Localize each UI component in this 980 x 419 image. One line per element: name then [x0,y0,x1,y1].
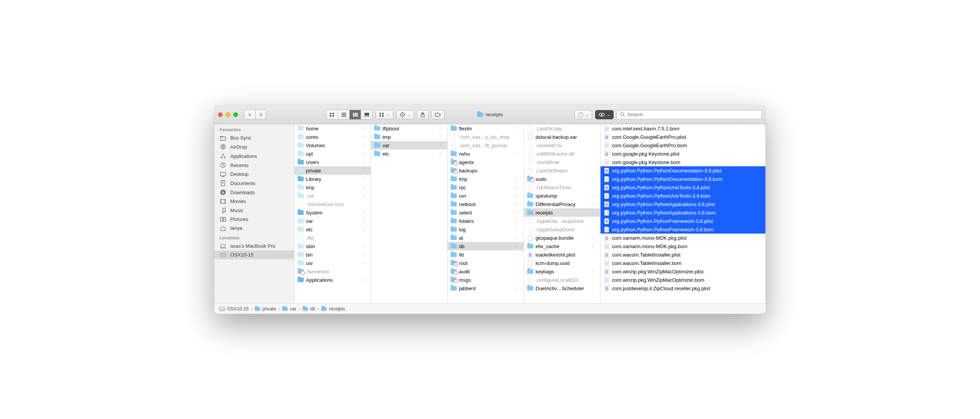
list-item[interactable]: .com_kas…ift_journal [448,141,524,149]
column-0[interactable]: home〉cores〉Volumes〉opt〉Users〉private〉Lib… [295,124,371,303]
minimize-button[interactable] [226,112,230,117]
list-item[interactable]: at〉 [448,234,524,242]
list-item[interactable]: netboot〉 [448,200,524,208]
column-2[interactable]: flexlm〉.com_kas…y_ids_drop.com_kas…ift_j… [448,124,524,303]
list-item[interactable]: DuetActiv…Scheduler〉 [524,284,600,292]
path-segment[interactable]: OSX10-15 [227,306,249,312]
list-item[interactable]: com.Google.GoogleEarthPro.plist [601,133,765,141]
list-item[interactable]: keybags〉 [524,267,600,276]
close-button[interactable] [218,112,223,117]
sidebar-item-downloads[interactable]: Downloads [214,188,294,197]
list-item[interactable]: var〉 [371,141,447,149]
list-item[interactable]: loadedkextmt.plist [524,250,600,259]
list-item[interactable]: home〉 [295,124,371,133]
list-item[interactable]: .com_kas…y_ids_drop [448,133,524,141]
list-item[interactable]: .GKRearmTimer [524,183,600,192]
share-button[interactable] [417,110,428,119]
list-item[interactable]: org.python.Python.PythonApplications-3.8… [601,208,765,217]
list-item[interactable]: com.google.pkg.Keystone.bom [601,158,765,166]
list-item[interactable]: select〉 [448,208,524,217]
list-item[interactable]: tmp〉 [371,133,447,141]
list-item[interactable]: org.python.Python.PythonApplications-3.8… [601,200,765,208]
column-4[interactable]: com.intel.kext.haxm.7.5.1.bomcom.Google.… [601,124,766,303]
list-item[interactable]: com.Google.GoogleEarthPro.bom [601,141,765,149]
list-item[interactable]: opt〉 [295,149,371,158]
list-item[interactable]: rpc〉 [448,183,524,192]
list-item[interactable]: etc〉 [295,225,371,234]
gallery-view-button[interactable] [361,110,372,119]
list-item[interactable]: run〉 [448,192,524,200]
list-item[interactable]: Users〉 [295,158,371,166]
list-item[interactable]: flexlm〉 [448,124,524,133]
list-view-button[interactable] [338,110,349,119]
list-item[interactable]: folders〉 [448,217,524,225]
sidebar-item-airdrop[interactable]: AirDrop [214,142,294,151]
list-item[interactable]: org.python.Python.PythonFramework-3.8.pl… [601,217,765,225]
sidebar[interactable]: FavouritesBox SyncAirDropApplicationsRec… [214,124,295,303]
list-item[interactable]: cores〉 [295,133,371,141]
list-item[interactable]: tftpboot〉 [371,124,447,133]
path-segment[interactable]: var [290,306,296,312]
icon-view-button[interactable] [326,110,338,119]
list-item[interactable]: com.wacom.TabletInstaller.plist [601,250,765,259]
list-item[interactable]: .VolumeIcon.icns [295,200,371,208]
list-item[interactable]: rwho〉 [448,149,524,158]
list-item[interactable]: .omedelif.bv [524,141,600,149]
list-item[interactable]: com.xamarin.mono-MDK.pkg.plist [601,234,765,242]
column-3[interactable]: .LastGKAppdslocal-backup.xar.omedelif.bv… [524,124,601,303]
list-item[interactable]: root [448,259,524,267]
list-item[interactable]: org.python.Python.PythonUnixTools-3.8.pl… [601,183,765,192]
list-item[interactable]: sudo〉 [524,175,600,183]
list-item[interactable]: .LastGKApp [524,124,600,133]
sidebar-item-documents[interactable]: Documents [214,179,294,188]
action-button[interactable]: ⌄ [396,110,414,119]
list-item[interactable]: org.python.Python.PythonDocumentation-3.… [601,166,765,175]
list-item[interactable]: .AppleDia…etupDone [524,217,600,225]
list-item[interactable]: dslocal-backup.xar [524,133,600,141]
list-item[interactable]: jabberd〉 [448,284,524,292]
path-segment[interactable]: receipts [329,306,345,312]
list-item[interactable]: kcm-dump.uuid [524,259,600,267]
list-item[interactable]: DifferentialPrivacy〉 [524,200,600,208]
list-item[interactable]: .fseventsd [295,267,371,276]
list-item[interactable]: private〉 [295,166,371,175]
list-item[interactable]: .intl8859cache.db [524,149,600,158]
list-item[interactable]: com.google.pkg.Keystone.plist [601,149,765,158]
zoom-button[interactable] [233,112,238,117]
list-item[interactable]: com.wacom.TabletInstaller.bom [601,259,765,267]
list-item[interactable]: efw_cache〉 [524,242,600,250]
list-item[interactable]: Volumes〉 [295,141,371,149]
list-item[interactable]: com.winzip.pkg.WinZipMacOptimizer.plist [601,267,765,276]
search-field[interactable] [617,110,762,119]
list-item[interactable]: tmp〉 [295,183,371,192]
list-item[interactable]: .LastGKReject [524,166,600,175]
list-item[interactable]: lib〉 [448,250,524,259]
list-item[interactable]: .vol〉 [295,192,371,200]
list-item[interactable]: sbin〉 [295,242,371,250]
list-item[interactable]: backups [448,166,524,175]
list-item[interactable]: db〉 [448,242,524,250]
tags-button[interactable] [431,110,444,119]
list-item[interactable]: System〉 [295,208,371,217]
sidebar-item-desktop[interactable]: Desktop [214,170,294,179]
list-item[interactable]: Applications〉 [295,276,371,284]
list-item[interactable]: com.justdevelop.it.ZipCloud.reseller.pkg… [601,284,765,292]
sidebar-item-osx10-15[interactable]: OSX10-15 [214,250,294,259]
sidebar-item-applications[interactable]: Applications [214,151,294,161]
list-item[interactable]: audit [448,267,524,276]
list-item[interactable]: bin〉 [295,250,371,259]
list-item[interactable]: .AppleSetupDone [524,225,600,234]
sidebar-item-tanya[interactable]: tanya [214,224,294,232]
arrange-button[interactable]: ⌄ [376,110,393,119]
list-item[interactable]: agentx [448,158,524,166]
list-item[interactable]: Library〉 [295,175,371,183]
sidebar-item-movies[interactable]: Movies [214,197,294,206]
list-item[interactable]: spindump〉 [524,192,600,200]
list-item[interactable]: .nuchkfmw [524,158,600,166]
column-1[interactable]: tftpboot〉tmp〉var〉etc〉 [371,124,448,303]
sidebar-item-asas-s-macbook-pro[interactable]: asas's MacBook Pro [214,242,294,250]
list-item[interactable]: .file [295,234,371,242]
list-item[interactable]: org.python.Python.PythonDocumentation-3.… [601,175,765,183]
sidebar-item-box-sync[interactable]: Box Sync [214,133,294,142]
forward-button[interactable] [255,110,266,119]
